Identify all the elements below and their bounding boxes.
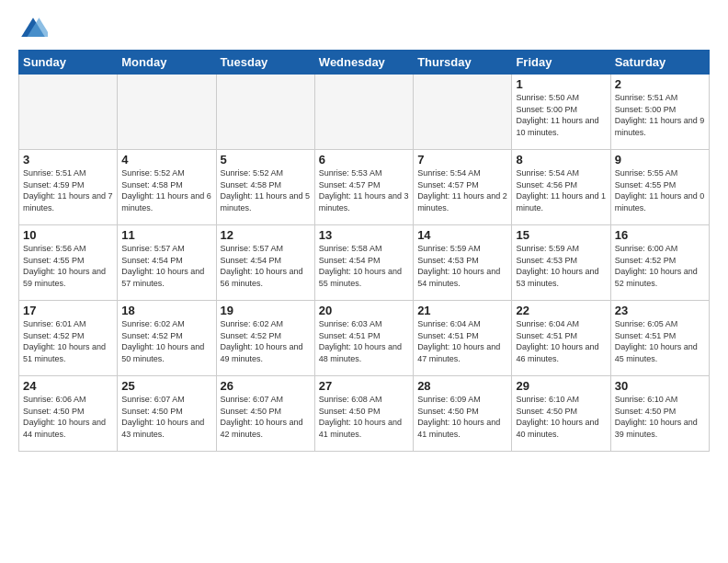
day-number: 25 — [121, 379, 211, 393]
weekday-header-monday: Monday — [118, 51, 216, 75]
calendar-cell: 21Sunrise: 6:04 AM Sunset: 4:51 PM Dayli… — [414, 301, 512, 376]
calendar-week-1: 1Sunrise: 5:50 AM Sunset: 5:00 PM Daylig… — [19, 75, 710, 150]
calendar-cell: 29Sunrise: 6:10 AM Sunset: 4:50 PM Dayli… — [512, 376, 610, 452]
weekday-header-row: SundayMondayTuesdayWednesdayThursdayFrid… — [19, 51, 710, 75]
logo-icon — [18, 15, 48, 44]
calendar-cell — [118, 75, 216, 150]
calendar-cell — [216, 75, 314, 150]
calendar-cell: 22Sunrise: 6:04 AM Sunset: 4:51 PM Dayli… — [512, 301, 610, 376]
day-info: Sunrise: 5:51 AM Sunset: 4:59 PM Dayligh… — [23, 167, 113, 213]
calendar-cell: 4Sunrise: 5:52 AM Sunset: 4:58 PM Daylig… — [118, 150, 216, 225]
calendar-cell: 14Sunrise: 5:59 AM Sunset: 4:53 PM Dayli… — [414, 225, 512, 301]
day-info: Sunrise: 5:52 AM Sunset: 4:58 PM Dayligh… — [121, 167, 211, 213]
day-info: Sunrise: 5:52 AM Sunset: 4:58 PM Dayligh… — [221, 167, 311, 213]
calendar-cell: 13Sunrise: 5:58 AM Sunset: 4:54 PM Dayli… — [314, 225, 413, 301]
day-number: 6 — [319, 153, 409, 167]
calendar-week-4: 17Sunrise: 6:01 AM Sunset: 4:52 PM Dayli… — [19, 301, 710, 376]
calendar-cell: 12Sunrise: 5:57 AM Sunset: 4:54 PM Dayli… — [216, 225, 314, 301]
day-info: Sunrise: 5:51 AM Sunset: 5:00 PM Dayligh… — [615, 92, 705, 138]
logo — [18, 15, 53, 44]
calendar-cell: 20Sunrise: 6:03 AM Sunset: 4:51 PM Dayli… — [314, 301, 413, 376]
weekday-header-sunday: Sunday — [19, 51, 118, 75]
day-number: 23 — [615, 304, 705, 317]
day-number: 7 — [417, 153, 507, 167]
day-info: Sunrise: 5:58 AM Sunset: 4:54 PM Dayligh… — [319, 243, 409, 289]
day-number: 3 — [23, 153, 113, 167]
day-info: Sunrise: 6:10 AM Sunset: 4:50 PM Dayligh… — [615, 394, 705, 440]
weekday-header-friday: Friday — [512, 51, 610, 75]
day-info: Sunrise: 5:50 AM Sunset: 5:00 PM Dayligh… — [516, 92, 606, 138]
day-number: 9 — [615, 153, 705, 167]
day-number: 22 — [516, 304, 606, 317]
calendar-cell: 10Sunrise: 5:56 AM Sunset: 4:55 PM Dayli… — [19, 225, 118, 301]
day-info: Sunrise: 5:59 AM Sunset: 4:53 PM Dayligh… — [516, 243, 606, 289]
day-number: 16 — [615, 228, 705, 242]
day-number: 21 — [417, 304, 507, 317]
calendar-table: SundayMondayTuesdayWednesdayThursdayFrid… — [18, 50, 710, 452]
day-number: 28 — [417, 379, 507, 393]
calendar-week-5: 24Sunrise: 6:06 AM Sunset: 4:50 PM Dayli… — [19, 376, 710, 452]
calendar-week-2: 3Sunrise: 5:51 AM Sunset: 4:59 PM Daylig… — [19, 150, 710, 225]
day-info: Sunrise: 6:04 AM Sunset: 4:51 PM Dayligh… — [417, 318, 507, 364]
day-number: 17 — [23, 304, 113, 317]
day-number: 8 — [516, 153, 606, 167]
day-info: Sunrise: 6:01 AM Sunset: 4:52 PM Dayligh… — [23, 318, 113, 364]
calendar-cell: 15Sunrise: 5:59 AM Sunset: 4:53 PM Dayli… — [512, 225, 610, 301]
page-container: SundayMondayTuesdayWednesdayThursdayFrid… — [0, 0, 728, 461]
day-number: 24 — [23, 379, 113, 393]
day-info: Sunrise: 6:02 AM Sunset: 4:52 PM Dayligh… — [121, 318, 211, 364]
weekday-header-tuesday: Tuesday — [216, 51, 314, 75]
day-number: 1 — [516, 77, 606, 91]
weekday-header-thursday: Thursday — [414, 51, 512, 75]
calendar-cell: 2Sunrise: 5:51 AM Sunset: 5:00 PM Daylig… — [610, 75, 709, 150]
day-info: Sunrise: 6:09 AM Sunset: 4:50 PM Dayligh… — [417, 394, 507, 440]
day-number: 18 — [121, 304, 211, 317]
day-info: Sunrise: 5:55 AM Sunset: 4:55 PM Dayligh… — [615, 167, 705, 213]
calendar-week-3: 10Sunrise: 5:56 AM Sunset: 4:55 PM Dayli… — [19, 225, 710, 301]
calendar-cell: 16Sunrise: 6:00 AM Sunset: 4:52 PM Dayli… — [610, 225, 709, 301]
day-number: 11 — [121, 228, 211, 242]
day-number: 20 — [319, 304, 409, 317]
day-number: 4 — [121, 153, 211, 167]
header — [18, 15, 710, 44]
calendar-cell: 5Sunrise: 5:52 AM Sunset: 4:58 PM Daylig… — [216, 150, 314, 225]
day-number: 26 — [221, 379, 311, 393]
day-number: 15 — [516, 228, 606, 242]
day-info: Sunrise: 6:04 AM Sunset: 4:51 PM Dayligh… — [516, 318, 606, 364]
calendar-cell: 1Sunrise: 5:50 AM Sunset: 5:00 PM Daylig… — [512, 75, 610, 150]
calendar-cell: 19Sunrise: 6:02 AM Sunset: 4:52 PM Dayli… — [216, 301, 314, 376]
calendar-cell: 7Sunrise: 5:54 AM Sunset: 4:57 PM Daylig… — [414, 150, 512, 225]
weekday-header-saturday: Saturday — [610, 51, 709, 75]
day-info: Sunrise: 5:54 AM Sunset: 4:57 PM Dayligh… — [417, 167, 507, 213]
day-number: 13 — [319, 228, 409, 242]
calendar-cell: 25Sunrise: 6:07 AM Sunset: 4:50 PM Dayli… — [118, 376, 216, 452]
day-number: 12 — [221, 228, 311, 242]
calendar-cell: 18Sunrise: 6:02 AM Sunset: 4:52 PM Dayli… — [118, 301, 216, 376]
calendar-cell: 24Sunrise: 6:06 AM Sunset: 4:50 PM Dayli… — [19, 376, 118, 452]
day-info: Sunrise: 6:08 AM Sunset: 4:50 PM Dayligh… — [319, 394, 409, 440]
calendar-cell — [414, 75, 512, 150]
calendar-cell: 23Sunrise: 6:05 AM Sunset: 4:51 PM Dayli… — [610, 301, 709, 376]
calendar-cell: 3Sunrise: 5:51 AM Sunset: 4:59 PM Daylig… — [19, 150, 118, 225]
day-info: Sunrise: 6:02 AM Sunset: 4:52 PM Dayligh… — [221, 318, 311, 364]
calendar-cell — [314, 75, 413, 150]
day-info: Sunrise: 5:57 AM Sunset: 4:54 PM Dayligh… — [121, 243, 211, 289]
calendar-cell: 9Sunrise: 5:55 AM Sunset: 4:55 PM Daylig… — [610, 150, 709, 225]
calendar-cell: 8Sunrise: 5:54 AM Sunset: 4:56 PM Daylig… — [512, 150, 610, 225]
calendar-cell: 27Sunrise: 6:08 AM Sunset: 4:50 PM Dayli… — [314, 376, 413, 452]
day-number: 27 — [319, 379, 409, 393]
day-info: Sunrise: 6:07 AM Sunset: 4:50 PM Dayligh… — [121, 394, 211, 440]
day-number: 29 — [516, 379, 606, 393]
day-info: Sunrise: 5:57 AM Sunset: 4:54 PM Dayligh… — [221, 243, 311, 289]
weekday-header-wednesday: Wednesday — [314, 51, 413, 75]
calendar-cell: 11Sunrise: 5:57 AM Sunset: 4:54 PM Dayli… — [118, 225, 216, 301]
day-number: 5 — [221, 153, 311, 167]
calendar-cell — [19, 75, 118, 150]
day-info: Sunrise: 6:05 AM Sunset: 4:51 PM Dayligh… — [615, 318, 705, 364]
day-info: Sunrise: 6:10 AM Sunset: 4:50 PM Dayligh… — [516, 394, 606, 440]
day-number: 30 — [615, 379, 705, 393]
day-info: Sunrise: 5:54 AM Sunset: 4:56 PM Dayligh… — [516, 167, 606, 213]
day-info: Sunrise: 6:03 AM Sunset: 4:51 PM Dayligh… — [319, 318, 409, 364]
calendar-cell: 26Sunrise: 6:07 AM Sunset: 4:50 PM Dayli… — [216, 376, 314, 452]
day-number: 14 — [417, 228, 507, 242]
